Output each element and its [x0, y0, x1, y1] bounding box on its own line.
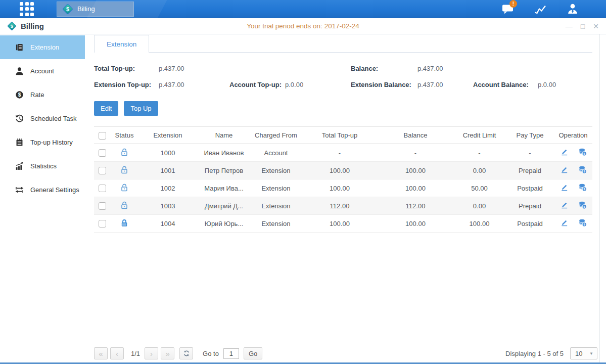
- sidebar-item-general-settings[interactable]: General Settings: [0, 178, 85, 202]
- cell-total-topup: -: [301, 144, 378, 162]
- row-checkbox[interactable]: [99, 220, 106, 228]
- col-operation: Operation: [554, 127, 592, 144]
- next-page-button[interactable]: ›: [145, 347, 158, 359]
- col-charged-from: Charged From: [251, 127, 301, 144]
- top-up-button[interactable]: Top Up: [124, 101, 158, 116]
- row-checkbox[interactable]: [99, 202, 106, 210]
- user-account-icon[interactable]: [566, 3, 580, 16]
- cell-extension: 1003: [138, 197, 197, 215]
- select-all-checkbox[interactable]: [99, 132, 106, 140]
- cell-pay-type: Prepaid: [506, 162, 554, 179]
- top-up-icon[interactable]: [578, 183, 587, 192]
- first-page-button[interactable]: «: [94, 347, 108, 359]
- cell-name: Мария Ива...: [197, 179, 251, 197]
- sidebar-item-extension[interactable]: Extension: [0, 35, 85, 59]
- cell-credit-limit: -: [453, 144, 506, 162]
- cell-name: Юрий Юрь...: [197, 215, 251, 233]
- window-title-bar: Billing Your trial period ends on: 2017-…: [0, 18, 606, 34]
- edit-button[interactable]: Edit: [94, 101, 118, 116]
- cell-name: Иван Иванов: [197, 144, 251, 162]
- page-size-value: 10: [571, 350, 582, 357]
- cell-pay-type: Prepaid: [506, 197, 554, 215]
- account-topup-value: p.0.00: [285, 81, 351, 88]
- cell-balance: -: [378, 144, 453, 162]
- cell-name: Петр Петров: [197, 162, 251, 179]
- top-up-icon[interactable]: [578, 165, 587, 174]
- app-launcher-grid-icon[interactable]: [20, 2, 34, 16]
- edit-icon[interactable]: [560, 183, 569, 192]
- edit-icon[interactable]: [560, 201, 569, 209]
- sidebar-item-account[interactable]: Account: [0, 59, 85, 83]
- edit-icon[interactable]: [560, 165, 569, 174]
- total-topup-value: p.437.00: [159, 65, 229, 72]
- row-checkbox[interactable]: [99, 185, 106, 192]
- tab-extension[interactable]: Extension: [94, 35, 149, 53]
- unlocked-icon[interactable]: [120, 165, 129, 174]
- cell-charged-from: Account: [251, 144, 301, 162]
- cell-extension: 1001: [138, 162, 197, 179]
- sidebar-item-label: Account: [30, 67, 54, 75]
- taskbar-tab-billing[interactable]: Billing: [57, 2, 134, 17]
- extension-topup-value: p.437.00: [159, 81, 229, 88]
- taskbar-tab-label: Billing: [77, 5, 95, 13]
- col-extension: Extension: [138, 127, 197, 144]
- col-pay-type: Pay Type: [506, 127, 554, 144]
- maximize-button[interactable]: □: [581, 23, 585, 30]
- table-row: 1002 Мария Ива... Extension 100.00 100.0…: [94, 179, 592, 197]
- cell-credit-limit: 0.00: [453, 162, 506, 179]
- cell-total-topup: 100.00: [301, 162, 378, 179]
- resource-monitor-icon[interactable]: [533, 3, 547, 16]
- goto-page-input[interactable]: [223, 348, 239, 359]
- total-topup-label: Total Top-up:: [94, 65, 159, 72]
- top-up-icon[interactable]: [578, 201, 587, 209]
- top-up-icon[interactable]: [578, 148, 587, 156]
- last-page-button[interactable]: »: [161, 347, 174, 359]
- sidebar-item-label: Extension: [30, 43, 59, 51]
- table-row: 1004 Юрий Юрь... Extension 100.00 100.00…: [94, 215, 592, 233]
- cell-credit-limit: 50.00: [453, 179, 506, 197]
- sidebar-item-statistics[interactable]: Statistics: [0, 154, 85, 178]
- account-topup-label: Account Top-up:: [229, 81, 285, 88]
- cell-extension: 1004: [138, 215, 197, 233]
- billing-window-icon: [7, 21, 17, 31]
- cell-name: Дмитрий Д...: [197, 197, 251, 215]
- person-bust-icon: [567, 4, 578, 14]
- edit-icon[interactable]: [560, 218, 569, 227]
- top-up-icon[interactable]: [578, 218, 587, 227]
- edit-icon[interactable]: [560, 148, 569, 156]
- sidebar-item-rate[interactable]: Rate: [0, 83, 85, 107]
- unlocked-icon[interactable]: [120, 148, 129, 157]
- cell-credit-limit: 100.00: [453, 215, 506, 233]
- unlocked-icon[interactable]: [120, 183, 129, 192]
- minimize-button[interactable]: —: [566, 23, 573, 30]
- extension-balance-value: p.437.00: [417, 81, 473, 88]
- clock-history-icon: [15, 114, 24, 123]
- extension-balance-label: Extension Balance:: [351, 81, 417, 88]
- main-panel: Extension Total Top-up: p.437.00 Balance…: [85, 34, 600, 364]
- refresh-icon: [183, 350, 190, 357]
- locked-icon[interactable]: [120, 218, 129, 228]
- row-checkbox[interactable]: [99, 149, 106, 157]
- pagination-bar: « ‹ 1/1 › » Go to Go Displaying 1 - 5 of…: [94, 347, 597, 359]
- table-row: 1001 Петр Петров Extension 100.00 100.00…: [94, 162, 592, 179]
- go-button[interactable]: Go: [244, 347, 262, 359]
- person-icon: [15, 67, 24, 75]
- table-row: 1003 Дмитрий Д... Extension 112.00 112.0…: [94, 197, 592, 215]
- cell-credit-limit: 0.00: [453, 197, 506, 215]
- balance-label: Balance:: [351, 65, 417, 72]
- sidebar-item-scheduled-task[interactable]: Scheduled Task: [0, 107, 85, 130]
- sidebar: Extension Account Rate Scheduled Task To…: [0, 34, 85, 364]
- unlocked-icon[interactable]: [120, 201, 129, 210]
- prev-page-button[interactable]: ‹: [110, 347, 124, 359]
- page-size-select[interactable]: 10 ▼: [570, 347, 597, 359]
- close-button[interactable]: ✕: [593, 23, 599, 30]
- sidebar-item-label: Rate: [30, 91, 44, 99]
- sidebar-item-label: General Settings: [30, 186, 79, 194]
- line-chart-icon: [534, 4, 546, 15]
- notifications-icon[interactable]: !: [501, 3, 515, 16]
- app-window: Billing ! Billing Your trial period ends…: [0, 0, 606, 364]
- table-header-row: Status Extension Name Charged From Total…: [94, 127, 592, 144]
- row-checkbox[interactable]: [99, 167, 106, 174]
- sidebar-item-topup-history[interactable]: Top-up History: [0, 130, 85, 154]
- refresh-button[interactable]: [179, 347, 193, 359]
